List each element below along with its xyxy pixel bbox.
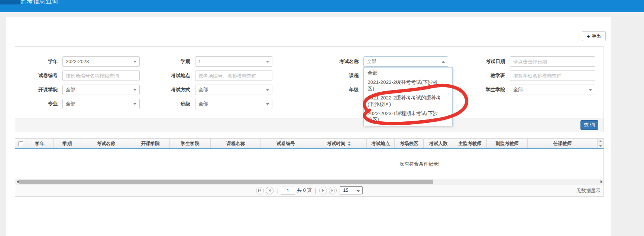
field-exam-name: 考试名称 全部 (363, 56, 448, 67)
chevron-down-icon (266, 61, 269, 63)
pagination: | 共 0 页 | 15 (256, 186, 363, 194)
page-size-value: 15 (343, 187, 348, 193)
exam-method-select[interactable]: 全部 (195, 85, 272, 95)
last-page-button[interactable] (329, 187, 337, 194)
exam-method-value: 全部 (198, 87, 208, 92)
field-paper-no-label: 试卷编号 (13, 71, 58, 81)
table-column-header[interactable]: 任课教师 (528, 139, 597, 148)
exam-date-input[interactable] (510, 56, 595, 67)
results-table: 学年学期考试名称开课学院学生学院课程名称试卷编号考试时间考试地点考场校区考试人数… (15, 138, 604, 197)
horizontal-scrollbar-thumb[interactable] (19, 180, 433, 184)
previous-page-button[interactable] (266, 187, 274, 194)
table-column-header[interactable]: 学期 (54, 139, 81, 148)
page-title: 监考信息查询 (20, 0, 58, 6)
dropdown-option[interactable]: 2022-2023-1课程期末考试(下沙 校区) (364, 109, 452, 124)
semester-value: 1 (198, 59, 201, 64)
field-exam-place-label: 考试地点 (146, 71, 190, 81)
table-horizontal-scrollbar[interactable] (15, 179, 604, 184)
table-column-header-label: 试卷编号 (276, 141, 295, 147)
semester-select[interactable]: 1 (195, 56, 272, 67)
first-page-button[interactable] (256, 187, 264, 194)
table-vertical-scrollbar[interactable] (597, 139, 603, 148)
class-value: 全部 (198, 101, 208, 106)
field-student-college: 学生学院 全部 (510, 85, 595, 95)
table-column-header[interactable]: 课程名称 (211, 139, 261, 148)
field-semester-label: 学期 (146, 56, 190, 67)
scroll-right-arrow-icon[interactable] (599, 179, 603, 184)
table-column-header[interactable]: 考试地点 (367, 139, 395, 148)
field-student-college-label: 学生学院 (460, 85, 505, 95)
export-button-label: 导出 (592, 33, 601, 39)
class-select[interactable]: 全部 (195, 99, 272, 109)
offering-college-select[interactable]: 全部 (62, 85, 140, 95)
exam-name-dropdown-list: 全部2021-2022-2缓补考考试(下沙校 区)2021-2022-2缓补考考… (363, 67, 453, 126)
top-bar: 监考信息查询 (0, 0, 644, 12)
filter-form-footer: 查 询 (15, 118, 603, 132)
table-column-header[interactable]: 考试名称 (81, 139, 131, 148)
sort-icon[interactable] (348, 141, 351, 146)
table-column-header[interactable]: 考试人数 (424, 139, 453, 148)
table-column-header[interactable]: 副监考教师 (487, 139, 528, 148)
table-column-header-label: 课程名称 (226, 141, 245, 147)
next-page-button[interactable] (319, 187, 327, 194)
field-semester: 学期 1 (195, 56, 272, 67)
chevron-down-icon (133, 89, 136, 91)
table-column-header-label: 学生学院 (181, 141, 200, 147)
export-button[interactable]: + 导出 (582, 31, 606, 41)
table-column-header-label: 考场校区 (400, 141, 418, 147)
field-course-label: 课程 (314, 71, 359, 81)
page-number-input[interactable] (281, 187, 295, 194)
table-body: 没有符合条件记录! (15, 149, 604, 179)
no-data-label: 无数据显示 (576, 187, 601, 194)
table-column-header-label: 主监考教师 (458, 141, 482, 147)
school-year-select[interactable]: 2022-2023 (62, 56, 140, 67)
table-column-header-label: 任课教师 (553, 141, 572, 147)
table-header-row: 学年学期考试名称开课学院学生学院课程名称试卷编号考试时间考试地点考场校区考试人数… (15, 138, 604, 149)
table-column-header[interactable]: 主监考教师 (453, 139, 487, 148)
field-offering-college-label: 开课学院 (13, 85, 58, 95)
table-column-header[interactable]: 学年 (26, 139, 54, 148)
major-select[interactable]: 全部 (62, 99, 140, 109)
field-exam-place: 考试地点 (195, 71, 272, 81)
scroll-down-arrow-icon[interactable] (598, 144, 603, 149)
table-column-header[interactable]: 考场校区 (395, 139, 424, 148)
dropdown-option[interactable]: 2021-2022-2缓补考考试(下沙校 区) (364, 78, 452, 93)
field-exam-method: 考试方式 全部 (195, 85, 272, 95)
total-pages-label: 共 0 页 (297, 187, 312, 194)
table-column-header-label: 考试地点 (371, 141, 390, 147)
plus-icon: + (587, 33, 590, 39)
table-header-checkbox-cell (15, 139, 26, 148)
chevron-down-icon (133, 61, 136, 63)
table-column-header[interactable]: 开课学院 (131, 139, 170, 148)
teaching-class-input[interactable] (510, 71, 595, 81)
dropdown-option[interactable]: 2021-2022-2缓补考考试的缓补考 (下沙校区) (364, 93, 452, 109)
field-teaching-class: 教学班 (510, 71, 595, 81)
field-exam-name-label: 考试名称 (314, 56, 359, 67)
field-teaching-class-label: 教学班 (460, 71, 505, 81)
paper-no-input[interactable] (62, 71, 140, 81)
pager-separator: | (275, 187, 279, 194)
student-college-select[interactable]: 全部 (510, 85, 595, 95)
page-size-select[interactable]: 15 (340, 186, 363, 194)
exam-place-input[interactable] (195, 71, 272, 81)
select-all-checkbox[interactable] (18, 141, 23, 146)
exam-name-select[interactable]: 全部 (363, 56, 448, 67)
top-bar-corner-decoration (0, 0, 20, 4)
table-column-header[interactable]: 考试时间 (311, 139, 367, 148)
school-year-value: 2022-2023 (66, 59, 89, 64)
field-paper-no: 试卷编号 (62, 71, 140, 81)
field-exam-method-label: 考试方式 (146, 85, 190, 95)
field-major: 专业 全部 (62, 99, 140, 109)
field-class-label: 班级 (146, 99, 190, 109)
chevron-up-icon (442, 61, 445, 63)
table-column-header[interactable]: 学生学院 (170, 139, 211, 148)
scroll-up-arrow-icon[interactable] (598, 139, 603, 144)
search-button[interactable]: 查 询 (580, 120, 598, 130)
dropdown-option[interactable]: 全部 (364, 68, 452, 78)
field-exam-date-label: 考试日期 (460, 56, 505, 67)
chevron-down-icon (356, 189, 360, 192)
field-offering-college: 开课学院 全部 (62, 85, 140, 95)
table-column-header-label: 学年 (35, 141, 45, 147)
field-major-label: 专业 (13, 99, 58, 109)
table-column-header[interactable]: 试卷编号 (261, 139, 311, 148)
